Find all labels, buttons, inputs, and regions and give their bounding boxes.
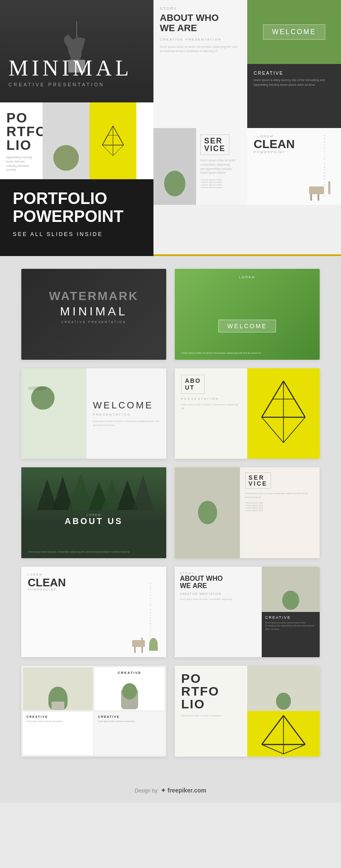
svg-line-30 [283,745,305,754]
svg-line-17 [295,399,306,417]
creative-dark-desc: lorem ipsum a doley dummy text of the fo… [265,621,316,631]
hero-title: MINIMAL [9,55,132,81]
service-text-area: SERVICE lorem ipsum dolor sit ametconsec… [196,128,247,205]
svg-marker-20 [68,474,94,510]
preview-welcome-slide: WELCOME [247,0,341,64]
about-who-heading: ABOUT WHOWE ARE [160,13,241,33]
clean-big-title: CLEAN [28,577,160,588]
welcome-text: WELCOME [272,28,316,36]
watermark-text: WATERMARK [49,289,139,303]
vertical-ppt-label: PORTFOLIO PRESENTATION [149,583,152,641]
chair-back [141,638,143,647]
portfolio-big-title: PORTFOLIO [181,672,241,711]
svg-line-7 [102,135,107,145]
hero-subtitle: CREATIVE PRESENTATION [9,82,104,87]
slides-row-5: CREATIVE CREATIVE lorem ipsum dolor sit … [21,666,320,757]
chair-seat [132,640,145,647]
slide-minimal-dark-card: WATERMARK MINIMAL CREATIVE PRESENTATION [21,269,166,360]
hero-right-panel: STORY ABOUT WHOWE ARE CREATIVE PRESENTAT… [153,0,341,256]
service-title: SERVICE [245,472,271,489]
hero-section: MINIMAL CREATIVE PRESENTATION PO RTFO LI… [0,0,341,256]
story-small-label: STORY [180,572,257,575]
slide-welcome-title: WELCOME [227,323,267,329]
slide-about-us-card: LOREM ABOUT US lorem ipsum dolor sit ame… [21,467,166,558]
svg-line-29 [262,745,283,754]
creative-cell-4: CREATIVE lorem ipsum dolor sit amet cons… [95,712,165,754]
vertical-label: PORTFOLIO PRESENTATION [323,135,326,198]
svg-line-16 [262,399,273,417]
hero-cta-area: PORTFOLIO POWERPOINT SEE ALL SLIDES INSI… [0,179,153,256]
po-text: PO [6,111,36,125]
clean-powerpoint-label: POWERPOINT [28,588,160,591]
svg-line-4 [102,145,113,156]
slides-row-2: WELCOME PRESENTATION lorem ipsum dolor s… [21,368,320,459]
service-word: SERVICE [200,134,229,155]
svg-line-25 [262,716,283,745]
slide-service-card: SERVICE lorem ipsum dolor sit amet conse… [175,467,320,558]
preview-clean-slide: · LOREM · CLEAN POWERPOINT PORTFOLIO PRE… [247,128,341,205]
portfolio-img-yellow [90,102,136,179]
freepiker-url: freepiker.com [168,787,206,794]
story-big-title: ABOUT WHOWE ARE [180,575,257,590]
svg-line-8 [118,135,124,145]
service-desc: lorem ipsum dolor sit amet consectetur a… [245,492,315,499]
portfolio-desc: lorem ipsum dolor sit amet consectetur [181,714,241,717]
see-all-label: SEE ALL SLIDES INSIDE [13,231,141,237]
slide-welcome-desc: lorem ipsum dolor sit amet, consectetur … [93,419,160,427]
clean-title: CLEAN [254,138,335,150]
about-us-lorem: LOREM [65,513,123,516]
slide-minimal-sub: CREATIVE PRESENTATION [60,320,128,323]
portfolio-word-col: PO RTFO LIO typesetting industry, lorem … [0,102,43,179]
service-plant-icon [198,501,217,524]
main-content: WATERMARK MINIMAL CREATIVE PRESENTATION … [0,256,341,778]
slide-welcome-green-card: LOREM WELCOME lorem ipsum dolor sit amet… [175,269,320,360]
portfolio-plant-1 [276,693,291,710]
slide-clean-card: LOREM CLEAN POWERPOINT PORTFOLIO PRESENT… [21,567,166,658]
main-cta-title: PORTFOLIO POWERPOINT [13,190,141,226]
slide-about-yellow-card: ABOUT PRESENTATION lorem ipsum dolor sit… [175,368,320,459]
slide-welcome-white-title: WELCOME [93,400,160,411]
portfolio-thumbnails: PO RTFO LIO typesetting industry, lorem … [0,102,153,179]
creative-cell-3: CREATIVE lorem ipsum dolor sit amet cons… [23,712,93,754]
about-us-title: ABOUT US [65,516,123,526]
clean-lorem-label: LOREM [28,573,160,576]
creative-cell-2: CREATIVE [95,667,165,710]
slide-presentation-label: PRESENTATION [93,413,160,416]
creative-description: lorem ipsum a doley dummy text of the fo… [254,78,335,87]
slides-row-4: LOREM CLEAN POWERPOINT PORTFOLIO PRESENT… [21,567,320,658]
svg-marker-24 [133,475,153,510]
creative-cell-1 [23,667,93,710]
geo-lines-yellow-icon [247,368,320,459]
rtfo-text: RTFO [6,125,36,138]
service-description: lorem ipsum dolor sit ametconsectetur ad… [200,158,243,175]
slide-creative-grid-card: CREATIVE CREATIVE lorem ipsum dolor sit … [21,666,166,757]
svg-line-5 [113,145,124,156]
succulent-icon [53,145,79,171]
svg-line-26 [283,716,305,745]
slide-minimal-title: MINIMAL [60,305,128,318]
brand-label: ✦ [161,787,168,794]
story-sublabel: CREATIVE MEDITATION [180,592,257,595]
lio-text: LIO [6,138,36,152]
preview-story-slide: STORY ABOUT WHOWE ARE CREATIVE PRESENTAT… [153,0,247,128]
portfolio-img-row [43,102,153,179]
preview-creative-dark: CREATIVE lorem ipsum a doley dummy text … [247,64,341,128]
preview-service-slide: SERVICE lorem ipsum dolor sit ametconsec… [153,128,247,205]
story-plant-icon [282,591,299,610]
about-title: ABOUT [185,377,201,392]
about-us-desc: lorem ipsum dolor sit amet, consectetur … [29,550,159,553]
service-succulent [164,171,185,196]
slide-portfolio-card: PORTFOLIO lorem ipsum dolor sit amet con… [175,666,320,757]
geo-portfolio-icon [247,711,320,756]
svg-line-14 [283,417,305,443]
hero-left-panel: MINIMAL CREATIVE PRESENTATION PO RTFO LI… [0,0,153,256]
service-image-area [153,128,196,205]
powerpoint-label: POWERPOINT [254,150,335,154]
about-label: PRESENTATION [181,397,241,400]
design-by-label: Design by: [135,788,159,794]
slides-row-3: LOREM ABOUT US lorem ipsum dolor sit ame… [21,467,320,558]
creative-pres-label: CREATIVE PRESENTATION [160,38,241,41]
creative-title: CREATIVE [254,70,335,76]
slides-row-1: WATERMARK MINIMAL CREATIVE PRESENTATION … [21,269,320,360]
svg-line-13 [262,417,283,443]
